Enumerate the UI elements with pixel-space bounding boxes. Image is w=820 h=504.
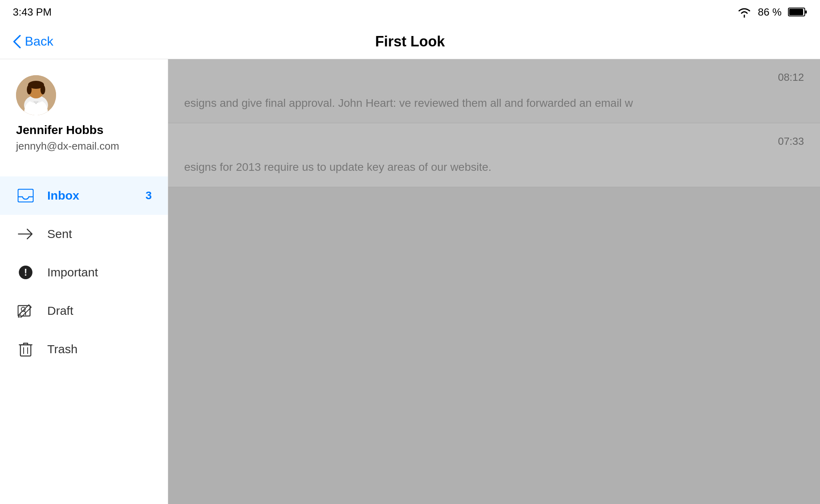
- svg-rect-14: [20, 345, 31, 356]
- back-chevron-icon: [13, 35, 21, 48]
- sidebar-item-trash[interactable]: Trash: [0, 330, 168, 368]
- nav-bar: Back First Look: [0, 24, 820, 59]
- svg-rect-2: [805, 10, 807, 14]
- email-time-1: 08:12: [778, 71, 804, 84]
- svg-point-7: [27, 85, 32, 94]
- email-item-2[interactable]: 07:33 esigns for 2013 require us to upda…: [168, 123, 820, 187]
- user-name: Jennifer Hobbs: [16, 123, 103, 137]
- status-bar: 3:43 PM 86 %: [0, 0, 820, 24]
- avatar-image: [16, 75, 56, 115]
- back-label: Back: [25, 34, 53, 49]
- back-button[interactable]: Back: [13, 34, 53, 49]
- email-item-1[interactable]: 08:12 esigns and give final approval. Jo…: [168, 59, 820, 123]
- email-header-2: 07:33: [184, 135, 804, 148]
- nav-title: First Look: [375, 33, 445, 50]
- avatar: [16, 75, 56, 115]
- svg-rect-1: [789, 9, 803, 15]
- email-preview-1: esigns and give final approval. John Hea…: [184, 95, 804, 111]
- email-list: 08:12 esigns and give final approval. Jo…: [168, 59, 820, 187]
- sidebar: Jennifer Hobbs jennyh@dx-email.com Inbox…: [0, 59, 168, 504]
- main-layout: Jennifer Hobbs jennyh@dx-email.com Inbox…: [0, 59, 820, 504]
- important-icon: !: [16, 263, 35, 282]
- content-area: 08:12 esigns and give final approval. Jo…: [168, 59, 820, 504]
- email-time-2: 07:33: [778, 135, 804, 148]
- status-bar-right: 86 %: [737, 6, 807, 18]
- battery-percent: 86 %: [758, 6, 782, 18]
- trash-icon: [16, 340, 35, 359]
- nav-items: Inbox 3 Sent !: [0, 168, 168, 376]
- svg-text:!: !: [24, 267, 27, 278]
- draft-label: Draft: [47, 304, 152, 318]
- sidebar-item-draft[interactable]: Draft: [0, 292, 168, 330]
- sidebar-item-inbox[interactable]: Inbox 3: [0, 176, 168, 215]
- battery-icon: [788, 7, 807, 17]
- sent-label: Sent: [47, 227, 152, 241]
- draft-icon: [16, 301, 35, 320]
- user-profile: Jennifer Hobbs jennyh@dx-email.com: [0, 75, 168, 168]
- sent-icon: [16, 224, 35, 244]
- inbox-label: Inbox: [47, 189, 133, 202]
- inbox-badge: 3: [145, 189, 152, 202]
- sidebar-item-important[interactable]: ! Important: [0, 253, 168, 292]
- important-label: Important: [47, 266, 152, 279]
- trash-label: Trash: [47, 342, 152, 356]
- status-time: 3:43 PM: [13, 6, 52, 18]
- wifi-icon: [737, 6, 752, 18]
- email-header-1: 08:12: [184, 71, 804, 84]
- sidebar-item-sent[interactable]: Sent: [0, 215, 168, 253]
- inbox-icon: [16, 186, 35, 205]
- email-preview-2: esigns for 2013 require us to update key…: [184, 159, 804, 175]
- svg-rect-9: [18, 189, 33, 202]
- user-email: jennyh@dx-email.com: [16, 140, 119, 152]
- svg-point-8: [40, 85, 45, 94]
